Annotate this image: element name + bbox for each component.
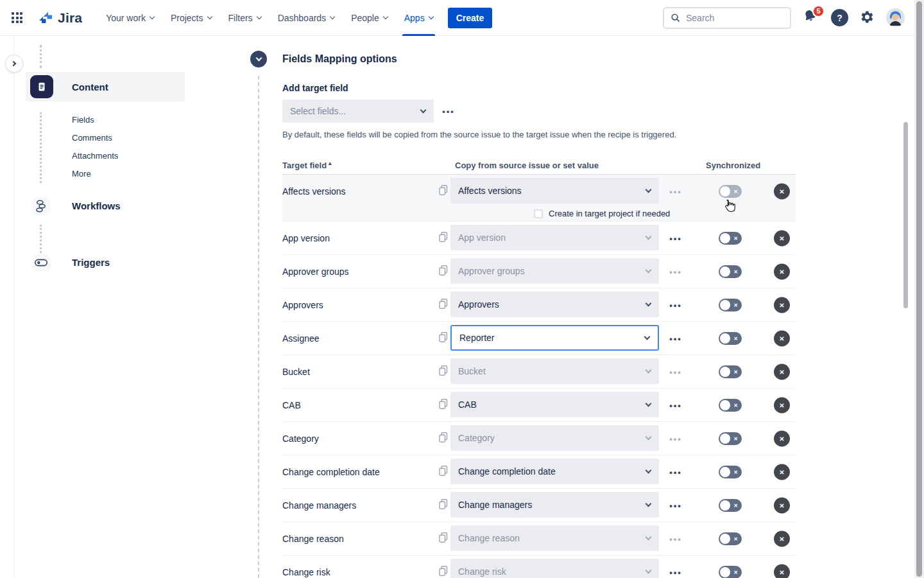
field-value-select[interactable]: Approver groups [450,258,659,284]
field-row: Change managersChange managers•••✕✕ [282,489,796,522]
synchronized-toggle[interactable]: ✕ [719,332,742,345]
notifications-button[interactable]: 5 [802,8,820,28]
user-avatar[interactable] [886,8,905,27]
page-scrollbar-thumb[interactable] [916,1,922,577]
sidebar-item-comments[interactable]: Comments [72,128,118,146]
column-header-synchronized: Synchronized [706,161,760,170]
copy-icon[interactable] [438,431,449,446]
copy-icon[interactable] [438,264,449,279]
copy-icon[interactable] [438,398,449,412]
add-field-more-options-button[interactable]: ••• [439,100,458,123]
field-row: Change completion dateChange completion … [282,455,796,489]
copy-icon[interactable] [438,184,449,199]
copy-icon[interactable] [438,464,449,479]
remove-field-button[interactable]: ✕ [774,464,790,480]
nav-item-people[interactable]: People [345,0,393,36]
synchronized-toggle[interactable]: ✕ [719,466,742,478]
remove-field-button[interactable]: ✕ [774,330,790,346]
copy-icon[interactable] [438,297,449,312]
create-in-target-checkbox[interactable] [534,209,543,218]
remove-field-button[interactable]: ✕ [774,363,790,380]
sidebar-item-triggers[interactable]: Triggers [72,257,110,268]
add-target-field-select[interactable]: Select fields... [282,100,434,123]
field-value-select[interactable]: Change completion date [450,459,659,484]
nav-item-filters[interactable]: Filters [223,0,267,36]
synchronized-toggle[interactable]: ✕ [719,532,742,545]
column-header-target-field[interactable]: Target field ▴ [282,161,332,170]
nav-item-apps[interactable]: Apps [398,0,439,36]
target-field-name: Bucket [282,367,310,377]
remove-field-button[interactable]: ✕ [774,564,790,578]
row-more-options-button[interactable]: ••• [665,467,687,477]
row-more-options-button[interactable]: ••• [665,333,687,343]
synchronized-toggle[interactable]: ✕ [719,365,742,378]
synchronized-toggle[interactable]: ✕ [719,566,742,578]
chevron-down-icon [646,401,652,407]
sidebar-item-attachments[interactable]: Attachments [72,146,118,164]
field-value-select[interactable]: Affects versions [450,178,659,204]
toggle-off-icon: ✕ [733,402,738,408]
sidebar-collapse-button[interactable] [5,55,23,73]
row-more-options-button[interactable]: ••• [665,267,687,276]
nav-item-dashboards[interactable]: Dashboards [272,0,341,36]
toggle-knob [720,267,730,277]
remove-field-button[interactable]: ✕ [774,430,790,446]
copy-icon[interactable] [438,498,449,512]
remove-field-button[interactable]: ✕ [774,497,790,513]
remove-field-button[interactable]: ✕ [774,184,790,200]
field-value-select[interactable]: Change managers [450,492,659,518]
row-more-options-button[interactable]: ••• [665,187,687,197]
row-more-options-button[interactable]: ••• [665,567,687,577]
row-more-options-button[interactable]: ••• [665,300,687,310]
help-button[interactable]: ? [831,9,848,26]
field-value-select[interactable]: Approvers [450,292,659,317]
section-collapse-button[interactable] [250,51,267,67]
field-value-select[interactable]: Category [450,425,659,451]
row-more-options-button[interactable]: ••• [665,367,687,376]
sidebar-item-more[interactable]: More [72,164,118,182]
copy-icon[interactable] [438,531,449,546]
target-field-name: Category [282,434,319,444]
copy-icon[interactable] [438,331,449,346]
copy-icon[interactable] [438,364,449,379]
field-value-select[interactable]: Bucket [450,358,659,384]
settings-gear-icon[interactable] [859,10,875,26]
copy-icon[interactable] [438,565,449,578]
row-more-options-button[interactable]: ••• [665,233,687,243]
copy-icon[interactable] [438,231,449,245]
field-value-select[interactable]: Change reason [450,525,659,551]
field-value-text: Category [458,433,495,443]
remove-field-button[interactable]: ✕ [774,530,790,547]
create-button[interactable]: Create [448,8,493,28]
content-scrollbar-thumb[interactable] [903,122,908,308]
synchronized-toggle[interactable]: ✕ [719,499,742,512]
jira-logo[interactable]: Jira [38,10,82,26]
sidebar-item-workflows[interactable]: Workflows [72,200,121,211]
field-row: BucketBucket•••✕✕ [282,355,796,389]
synchronized-toggle[interactable]: ✕ [719,399,742,412]
remove-field-button[interactable]: ✕ [774,230,790,246]
nav-item-your-work[interactable]: Your work [100,0,160,36]
select-placeholder: Select fields... [290,106,346,116]
field-value-select[interactable]: Reporter [450,325,659,351]
row-more-options-button[interactable]: ••• [665,534,687,543]
row-more-options-button[interactable]: ••• [665,400,687,410]
field-value-select[interactable]: CAB [450,392,659,417]
field-value-select[interactable]: App version [450,225,659,250]
app-switcher-icon[interactable] [12,12,22,23]
sidebar-item-fields[interactable]: Fields [72,110,118,128]
search-input[interactable]: Search [663,7,791,29]
synchronized-toggle[interactable]: ✕ [719,232,742,245]
synchronized-toggle[interactable]: ✕ [719,185,742,198]
synchronized-toggle[interactable]: ✕ [719,299,742,311]
synchronized-toggle[interactable]: ✕ [719,265,742,278]
remove-field-button[interactable]: ✕ [774,397,790,413]
chevron-down-icon [646,434,652,441]
row-more-options-button[interactable]: ••• [665,434,687,443]
row-more-options-button[interactable]: ••• [665,500,687,510]
remove-field-button[interactable]: ✕ [774,263,790,279]
remove-field-button[interactable]: ✕ [774,297,790,313]
field-value-select[interactable]: Change risk [450,559,659,578]
nav-item-projects[interactable]: Projects [165,0,218,36]
synchronized-toggle[interactable]: ✕ [719,432,742,445]
